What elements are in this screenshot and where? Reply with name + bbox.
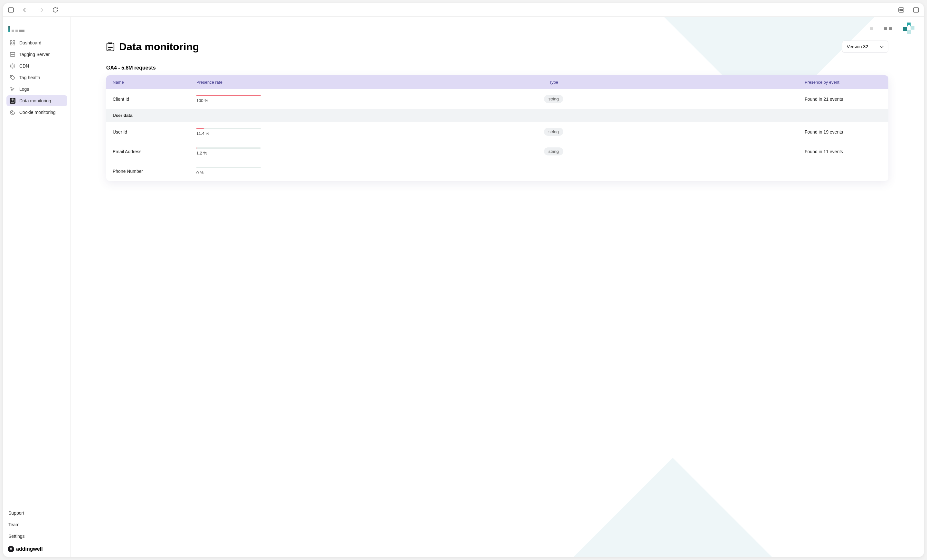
- table-row[interactable]: Email Address 1.2 % string Found in 11 e…: [106, 142, 888, 161]
- version-select-label: Version 32: [847, 44, 868, 49]
- browser-window: Dashboard Tagging Server CDN: [3, 3, 924, 557]
- svg-point-14: [11, 76, 12, 77]
- sidebar-item-logs[interactable]: Logs: [6, 83, 67, 95]
- svg-rect-21: [910, 26, 915, 30]
- cookie-icon: [10, 109, 15, 115]
- section-title: GA4 - 5.8M requests: [106, 65, 888, 71]
- svg-rect-5: [913, 8, 919, 12]
- th-name: Name: [112, 80, 196, 85]
- rate-label: 11.4 %: [196, 131, 302, 136]
- progress-bar: [196, 95, 261, 96]
- progress-bar: [196, 147, 197, 149]
- cell-events: Found in 19 events: [805, 129, 882, 135]
- sidebar-item-dashboard[interactable]: Dashboard: [6, 37, 67, 48]
- svg-rect-24: [908, 25, 910, 27]
- svg-rect-10: [13, 44, 15, 46]
- sidebar-nav: Dashboard Tagging Server CDN: [6, 37, 67, 118]
- svg-rect-2: [899, 8, 904, 12]
- type-pill: string: [544, 128, 563, 136]
- th-presence-by-event: Presence by event: [805, 80, 882, 85]
- top-pixel-decoration: [867, 26, 895, 32]
- svg-rect-8: [13, 41, 15, 42]
- table-row[interactable]: Phone Number 0 %: [106, 161, 888, 181]
- clipboard-icon: [10, 98, 15, 104]
- table-header: Name Presence rate Type Presence by even…: [106, 75, 888, 89]
- split-view-icon[interactable]: [913, 7, 919, 13]
- page-header: Data monitoring Version 32: [106, 41, 888, 53]
- forward-icon: [37, 7, 44, 13]
- rate-label: 1.2 %: [196, 150, 302, 155]
- server-icon: [10, 52, 15, 57]
- brand-name: addingwell: [16, 546, 43, 552]
- settings-link[interactable]: Settings: [6, 531, 67, 541]
- globe-icon: [10, 63, 15, 69]
- browser-chrome: [3, 3, 924, 17]
- th-type: Type: [302, 80, 805, 85]
- progress-bar: [196, 128, 204, 129]
- cell-name: Client Id: [112, 97, 196, 102]
- type-pill: string: [544, 147, 563, 155]
- table-row[interactable]: User Id 11.4 % string Found in 19 events: [106, 122, 888, 142]
- type-pill: string: [544, 95, 563, 103]
- sidebar-item-label: Tag health: [19, 75, 40, 80]
- svg-point-4: [902, 10, 903, 11]
- topbar: [71, 17, 924, 35]
- svg-point-17: [11, 112, 12, 113]
- team-link[interactable]: Team: [6, 519, 67, 530]
- clipboard-large-icon: [106, 42, 115, 52]
- svg-rect-11: [10, 52, 15, 54]
- cell-events: Found in 21 events: [805, 97, 882, 102]
- rate-label: 0 %: [196, 170, 302, 175]
- cursor-icon: [10, 86, 15, 92]
- svg-rect-9: [10, 44, 12, 46]
- svg-rect-22: [903, 27, 907, 31]
- sidebar-item-label: CDN: [19, 64, 29, 68]
- svg-rect-23: [907, 30, 911, 34]
- sidebar-item-cdn[interactable]: CDN: [6, 61, 67, 71]
- table-group-row: User data: [106, 109, 888, 122]
- sidebar-footer: Support Team Settings A addingwell: [6, 508, 67, 552]
- sidebar-toggle-icon[interactable]: [8, 7, 14, 13]
- svg-rect-7: [10, 41, 12, 42]
- page-title: Data monitoring: [119, 41, 199, 53]
- settings-chip-icon[interactable]: [898, 7, 904, 13]
- reload-icon[interactable]: [52, 7, 59, 13]
- th-presence-rate: Presence rate: [196, 80, 302, 85]
- sidebar-item-label: Cookie monitoring: [19, 110, 56, 115]
- table-row[interactable]: Client Id 100 % string Found in 21 event…: [106, 89, 888, 109]
- svg-rect-25: [107, 43, 114, 51]
- brand-badge-icon: A: [8, 546, 14, 552]
- back-icon[interactable]: [23, 7, 29, 13]
- support-link[interactable]: Support: [6, 508, 67, 518]
- sidebar-item-tagging-server[interactable]: Tagging Server: [6, 49, 67, 60]
- svg-point-3: [900, 9, 901, 9]
- sidebar-item-label: Tagging Server: [19, 52, 50, 57]
- cell-presence-rate: 1.2 %: [196, 147, 302, 155]
- cell-name: Email Address: [112, 149, 196, 154]
- sidebar-item-data-monitoring[interactable]: Data monitoring: [6, 95, 67, 106]
- grid-icon: [10, 40, 15, 46]
- version-select[interactable]: Version 32: [842, 41, 888, 53]
- sidebar-item-label: Dashboard: [19, 40, 41, 46]
- cell-name: User Id: [112, 129, 196, 135]
- org-logo: [8, 23, 67, 32]
- chevron-down-icon: [880, 44, 883, 49]
- sidebar-item-tag-health[interactable]: Tag health: [6, 72, 67, 83]
- svg-point-18: [12, 113, 13, 114]
- svg-rect-0: [8, 8, 14, 12]
- app-logo-icon: [901, 23, 915, 35]
- svg-rect-12: [10, 55, 15, 56]
- cell-name: Phone Number: [112, 168, 196, 174]
- cell-presence-rate: 100 %: [196, 95, 302, 103]
- main-content: Data monitoring Version 32 GA4 - 5.8M re…: [71, 17, 924, 557]
- sidebar-item-label: Data monitoring: [19, 98, 51, 103]
- cell-presence-rate: 11.4 %: [196, 128, 302, 136]
- tag-icon: [10, 75, 15, 80]
- cell-events: Found in 11 events: [805, 149, 882, 154]
- brand: A addingwell: [6, 543, 67, 552]
- sidebar-item-cookie-monitoring[interactable]: Cookie monitoring: [6, 107, 67, 118]
- cell-presence-rate: 0 %: [196, 167, 302, 175]
- sidebar-item-label: Logs: [19, 87, 29, 92]
- sidebar: Dashboard Tagging Server CDN: [3, 17, 71, 557]
- data-table: Name Presence rate Type Presence by even…: [106, 75, 888, 181]
